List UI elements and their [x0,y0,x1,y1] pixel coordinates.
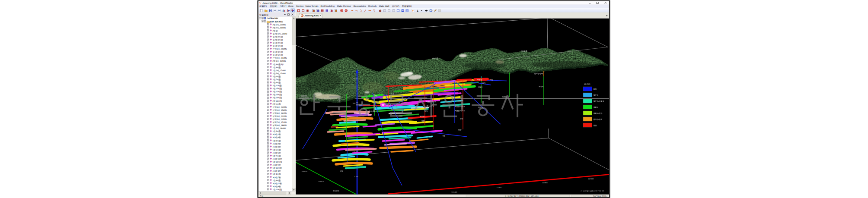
svg-text:서3호7편: 서3호7편 [273,176,281,179]
svg-text:400: 400 [352,78,356,80]
svg-text:동2호2사항: 동2호2사항 [273,36,283,38]
svg-text:동1호1사항: 동1호1사항 [273,45,283,47]
svg-text:대정: 대정 [429,136,433,138]
svg-text:서3호1편: 서3호1편 [273,133,281,135]
svg-text:1호10사항: 1호10사항 [273,189,282,191]
svg-text:2호5사_150ML: 2호5사_150ML [273,72,287,75]
svg-text:1호2사_170ML: 1호2사_170ML [273,69,287,72]
svg-text:2호2사_186ML: 2호2사_186ML [273,27,287,29]
svg-text:Grid Modeling: Grid Modeling [321,5,335,8]
svg-text:서3호4편: 서3호4편 [273,170,281,172]
svg-text:도움말(H): 도움말(H) [402,5,412,8]
svg-text:자원개발기술팀 2017-02-03: 자원개발기술팀 2017-02-03 [581,190,604,192]
svg-text:편집(E): 편집(E) [270,5,278,8]
svg-text:117600: 117600 [496,186,502,189]
svg-text:2호9사항: 2호9사항 [273,103,281,105]
svg-text:2호7사항: 2호7사항 [273,79,281,81]
svg-text:CAP NUM SCRL: CAP NUM SCRL [593,195,607,197]
svg-text:본맥7사_174ML: 본맥7사_174ML [273,121,287,123]
svg-text:파일(F): 파일(F) [259,5,267,8]
svg-text:2호6사항: 2호6사항 [273,75,281,78]
svg-text:백운암: 백운암 [386,104,391,106]
svg-text:117800: 117800 [542,182,548,184]
svg-text:Z: Z [355,66,357,68]
svg-text:Jaseong.KMD: Jaseong.KMD [304,15,319,17]
svg-text:준비: 준비 [260,195,264,197]
svg-text:편마암/압맥: 편마암/압맥 [534,73,543,75]
svg-text:동1호2사항: 동1호2사항 [273,42,283,44]
svg-text:보기(V): 보기(V) [392,5,400,8]
svg-text:2호15사항: 2호15사항 [273,88,282,90]
svg-text:본맥5사_205ML: 본맥5사_205ML [273,118,287,120]
svg-text:1: 1 [417,9,418,13]
svg-text:대정: 대정 [594,88,597,90]
svg-text:Make Wall: Make Wall [379,5,389,8]
svg-text:백운암: 백운암 [477,79,482,81]
svg-text:1호11사항: 1호11사항 [273,167,282,169]
svg-text:본맥2사_244ML: 본맥2사_244ML [273,57,287,59]
svg-text:서3호2편: 서3호2편 [273,143,281,145]
svg-text:서3호8편: 서3호8편 [273,185,281,188]
svg-text:2호13사항: 2호13사항 [273,94,282,96]
svg-text:백운암/석회석: 백운암/석회석 [594,100,604,102]
svg-text:Jaseong.KMD - KModStudio: Jaseong.KMD - KModStudio [262,2,293,5]
svg-text:편암: 편암 [421,120,425,122]
svg-text:서3호5편: 서3호5편 [273,152,281,154]
svg-text:동1호3사항: 동1호3사항 [273,51,283,53]
svg-text:편마암/압맥: 편마암/압맥 [594,118,603,120]
svg-text:2호상: 2호상 [273,30,278,32]
svg-text:Make Terrain: Make Terrain [306,5,319,8]
svg-text:백운암: 백운암 [594,94,599,96]
svg-text:X : 117557.64 Y : 395657.86 Z: X : 117557.64 Y : 395657.86 Z : 507.4404 [505,195,539,197]
svg-text:1호3사항: 1호3사항 [273,66,281,69]
svg-text:백운암/석회석: 백운암/석회석 [455,106,465,107]
svg-text:본맥9사_156ML: 본맥9사_156ML [273,109,287,111]
svg-text:그리기: 그리기 [280,5,287,8]
svg-text:DXF 3DFACE: DXF 3DFACE [270,21,284,23]
svg-text:동2호1사_200M: 동2호1사_200M [273,33,287,35]
svg-text:백운암/석회석: 백운암/석회석 [455,110,465,112]
svg-text:2호3사항차C: 2호3사항차C [273,63,285,66]
svg-text:js_hole: js_hole [584,83,590,85]
svg-text:2호12사항: 2호12사항 [273,91,282,93]
svg-text:석회석: 석회석 [539,86,544,88]
svg-text:2호14사항: 2호14사항 [273,97,282,99]
svg-text:석회석/편암: 석회석/편암 [594,112,603,114]
svg-text:395600: 395600 [318,180,325,182]
svg-text:석일석: 석일석 [478,86,483,88]
svg-text:1호12사항: 1호12사항 [273,161,282,163]
svg-text:서3호3편: 서3호3편 [273,146,281,148]
svg-text:02-2중: 02-2중 [432,57,438,60]
svg-text:대정: 대정 [340,170,343,172]
svg-text:석회석: 석회석 [594,106,599,108]
svg-text:본맥3사_229ML: 본맥3사_229ML [273,106,287,108]
svg-text:본맥6사_188ML: 본맥6사_188ML [273,124,287,126]
svg-text:395800: 395800 [301,170,308,173]
svg-text:대정: 대정 [442,135,445,137]
svg-text:석회석/편암: 석회석/편암 [425,105,434,107]
svg-text:편암: 편암 [594,124,597,126]
svg-text:서3호9편: 서3호9편 [273,164,281,166]
svg-text:Make Contour: Make Contour [337,5,351,8]
svg-text:1호7사항: 1호7사항 [273,155,281,157]
svg-text:대정: 대정 [490,79,494,81]
svg-text:Mode: Mode [288,5,294,8]
svg-text:2호1사_200ML: 2호1사_200ML [273,24,287,26]
svg-text:1호4사항: 1호4사항 [273,173,281,175]
svg-text:대정: 대정 [424,110,428,112]
svg-text:1호5사항: 1호5사항 [273,130,281,132]
svg-text:대정: 대정 [482,82,486,84]
svg-text:118000: 118000 [588,178,594,180]
svg-text:본맥4사_231ML: 본맥4사_231ML [273,115,287,117]
svg-text:백운암: 백운암 [420,116,425,117]
svg-text:2호8사항: 2호8사항 [273,82,281,84]
svg-text:1호9사항: 1호9사항 [273,179,281,182]
svg-text:동2호3사항: 동2호3사항 [273,39,283,41]
svg-text:CATEGORY: CATEGORY [267,17,278,20]
svg-text:2호3사_165ML: 2호3사_165ML [273,60,287,62]
svg-text:본맥1사_256ML: 본맥1사_256ML [273,48,287,50]
svg-text:2호10사항: 2호10사항 [273,100,282,102]
svg-text:2호11사항: 2호11사항 [273,85,282,87]
svg-text:1호8사항: 1호8사항 [273,140,281,142]
svg-text:300: 300 [352,102,356,104]
